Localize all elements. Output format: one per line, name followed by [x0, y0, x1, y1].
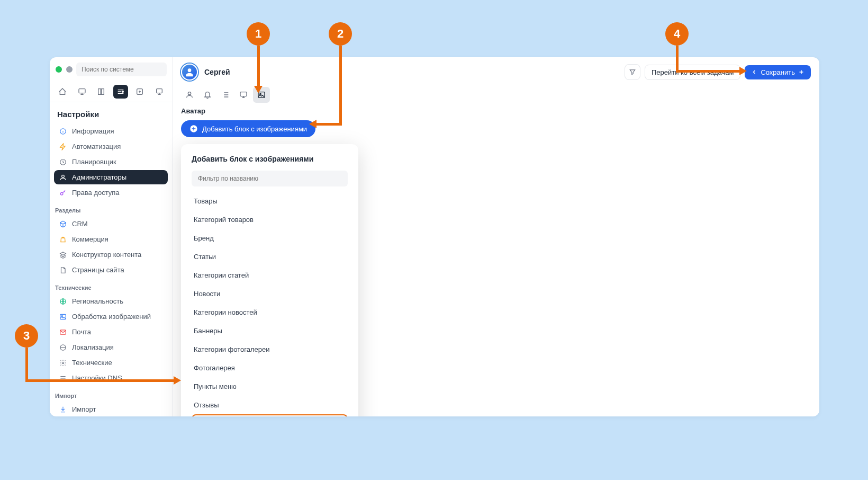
nav-technical[interactable]: Технические — [54, 355, 168, 370]
dropdown-item-articles[interactable]: Статьи — [192, 247, 348, 266]
nav-label: Региональность — [72, 297, 123, 305]
nav-image-processing[interactable]: Обработка изображений — [54, 309, 168, 324]
nav-label: Коммерция — [72, 235, 108, 243]
info-icon — [59, 128, 67, 135]
page-icon — [59, 266, 67, 274]
callout-3-arrow — [174, 376, 181, 385]
tab-monitor-icon[interactable] — [75, 85, 90, 99]
tab-book-icon[interactable] — [94, 85, 109, 99]
dropdown-item-product-categories[interactable]: Категорий товаров — [192, 210, 348, 229]
svg-point-0 — [56, 66, 62, 73]
callout-3: 3 — [15, 324, 38, 348]
dropdown-item-original[interactable]: Оригинальное — [192, 414, 348, 416]
svg-rect-2 — [79, 89, 85, 93]
sidebar-title: Настройки — [50, 102, 172, 124]
tab-presentation-icon[interactable] — [152, 85, 167, 99]
nav-label: Импорт — [72, 405, 96, 413]
user-icon — [59, 174, 67, 181]
sidebar-section-main: Информация Автоматизация Планировщик Адм… — [50, 124, 172, 201]
dropdown-list: Товары Категорий товаров Бренд Статьи Ка… — [192, 192, 348, 416]
globe-icon — [59, 298, 67, 305]
callout-1-line — [257, 46, 260, 88]
toolbar-tab-user[interactable] — [181, 87, 198, 103]
section-label-sections: Разделы — [50, 201, 172, 217]
nav-administrators[interactable]: Администраторы — [54, 170, 168, 184]
dropdown-item-banners[interactable]: Баннеры — [192, 322, 348, 340]
save-button[interactable]: Сохранить — [745, 65, 811, 79]
nav-mail[interactable]: Почта — [54, 325, 168, 339]
callout-1: 1 — [247, 22, 270, 46]
dropdown-item-reviews[interactable]: Отзывы — [192, 396, 348, 414]
nav-content-builder[interactable]: Конструктор контента — [54, 247, 168, 262]
nav-scheduler[interactable]: Планировщик — [54, 155, 168, 169]
dropdown-title: Добавить блок с изображениями — [192, 155, 348, 163]
nav-dns[interactable]: Настройки DNS — [54, 371, 168, 385]
filter-icon — [629, 68, 636, 76]
nav-automation[interactable]: Автоматизация — [54, 139, 168, 154]
dropdown-item-news[interactable]: Новости — [192, 285, 348, 303]
nav-label: CRM — [72, 220, 88, 228]
sidebar-section-sections: CRM Коммерция Конструктор контента Стран… — [50, 217, 172, 278]
save-button-label: Сохранить — [761, 68, 795, 76]
dropdown-item-menu-items[interactable]: Пункты меню — [192, 377, 348, 396]
nav-label: Почта — [72, 328, 91, 336]
nav-label: Права доступа — [72, 189, 120, 197]
svg-point-22 — [188, 68, 192, 72]
avatar[interactable] — [181, 64, 198, 81]
mail-icon — [59, 328, 67, 336]
toolbar-tabs — [173, 87, 819, 103]
lang-icon — [59, 344, 67, 351]
dropdown-item-news-categories[interactable]: Категории новостей — [192, 303, 348, 322]
key-icon — [59, 189, 67, 197]
tab-home-icon[interactable] — [55, 85, 70, 99]
status-dot-grey-icon — [66, 66, 73, 73]
nav-access[interactable]: Права доступа — [54, 185, 168, 200]
nav-crm[interactable]: CRM — [54, 217, 168, 231]
image-icon — [59, 313, 67, 321]
nav-label: Администраторы — [72, 173, 126, 181]
nav-label: Информация — [72, 127, 114, 135]
callout-4: 4 — [665, 22, 689, 46]
bolt-icon — [59, 143, 67, 150]
toolbar-tab-list[interactable] — [217, 87, 234, 103]
callout-4-line-h — [676, 70, 739, 73]
content-area: Аватар Добавить блок с изображениями Доб… — [173, 103, 819, 146]
user-name: Сергей — [204, 68, 230, 76]
add-block-button[interactable]: Добавить блок с изображениями — [181, 120, 315, 137]
tab-plus-icon[interactable] — [132, 85, 148, 99]
callout-3-line-v — [25, 348, 28, 379]
nav-label: Страницы сайта — [72, 266, 124, 274]
nav-commerce[interactable]: Коммерция — [54, 232, 168, 246]
dropdown-item-products[interactable]: Товары — [192, 192, 348, 210]
filter-button[interactable] — [625, 64, 640, 80]
callout-2-line-h — [317, 123, 342, 126]
svg-point-15 — [62, 362, 64, 364]
svg-point-1 — [66, 66, 73, 73]
tab-settings-icon[interactable] — [113, 85, 129, 99]
nav-regional[interactable]: Региональность — [54, 294, 168, 308]
section-label-import: Импорт — [50, 386, 172, 402]
nav-import[interactable]: Импорт — [54, 402, 168, 416]
callout-2: 2 — [329, 22, 352, 46]
dropdown-item-brand[interactable]: Бренд — [192, 229, 348, 247]
dropdown-item-article-categories[interactable]: Категории статей — [192, 266, 348, 285]
callout-2-arrow — [309, 120, 317, 128]
sidebar-top — [50, 57, 172, 82]
dropdown-item-gallery[interactable]: Фотогалерея — [192, 359, 348, 377]
status-dot-green-icon — [55, 66, 62, 73]
svg-point-23 — [188, 92, 191, 95]
nav-localization[interactable]: Локализация — [54, 340, 168, 354]
toolbar-tab-bell[interactable] — [199, 87, 216, 103]
gear-icon — [59, 359, 67, 367]
nav-info[interactable]: Информация — [54, 124, 168, 138]
dropdown-panel: Добавить блок с изображениями Товары Кат… — [181, 144, 358, 416]
dropdown-filter-input[interactable] — [192, 171, 348, 186]
search-input[interactable] — [76, 63, 167, 76]
plus-icon — [798, 69, 804, 75]
clock-icon — [59, 158, 67, 166]
nav-site-pages[interactable]: Страницы сайта — [54, 263, 168, 277]
dropdown-item-gallery-categories[interactable]: Категории фотогалереи — [192, 340, 348, 359]
nav-label: Автоматизация — [72, 143, 121, 150]
toolbar-tab-monitor[interactable] — [235, 87, 252, 103]
nav-label: Технические — [72, 359, 112, 367]
